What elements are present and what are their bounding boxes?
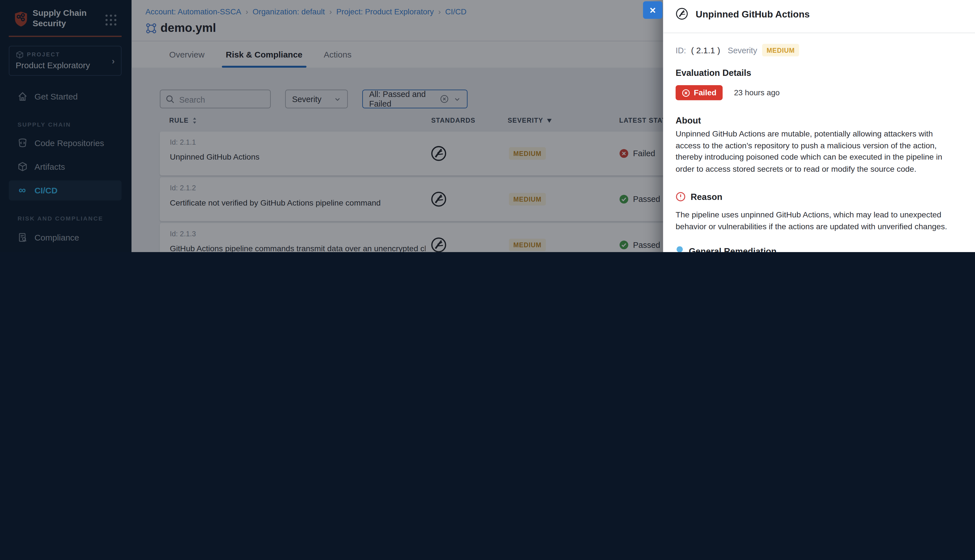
failed-badge-label: Failed [694, 88, 716, 97]
id-label: ID: [676, 45, 686, 55]
reason-heading-row: Reason [676, 192, 723, 202]
remediation-heading-row: General Remediation [676, 246, 777, 252]
failed-circle-icon [682, 88, 690, 97]
app-root: Supply Chain Security PROJECT Product Ex… [0, 0, 975, 252]
severity-label: Severity [728, 45, 757, 55]
drawer-header: Unpinned GitHub Actions [676, 8, 810, 20]
drawer-divider [663, 33, 975, 33]
id-value: ( 2.1.1 ) [691, 45, 720, 55]
reason-text: The pipeline uses unpinned GitHub Action… [676, 209, 959, 233]
rule-id-row: ID: ( 2.1.1 ) Severity MEDIUM [676, 44, 799, 57]
bulb-icon [676, 246, 684, 252]
remediation-heading: General Remediation [689, 246, 776, 252]
about-heading: About [676, 115, 701, 125]
severity-badge: MEDIUM [762, 44, 799, 57]
failed-badge: Failed [676, 85, 723, 100]
close-drawer-button[interactable]: ✕ [643, 1, 663, 18]
evaluated-time: 23 hours ago [734, 88, 780, 97]
alert-circle-icon [676, 192, 686, 202]
rule-detail-drawer: Unpinned GitHub Actions ID: ( 2.1.1 ) Se… [663, 0, 975, 252]
drawer-title: Unpinned GitHub Actions [696, 8, 810, 19]
reason-heading: Reason [691, 192, 722, 202]
owasp-standard-icon [676, 8, 688, 20]
evaluation-details-heading: Evaluation Details [676, 68, 751, 78]
close-icon: ✕ [649, 5, 656, 15]
about-text: Unpinned GitHub Actions are mutable, pot… [676, 128, 959, 175]
evaluation-status-row: Failed 23 hours ago [676, 85, 780, 100]
